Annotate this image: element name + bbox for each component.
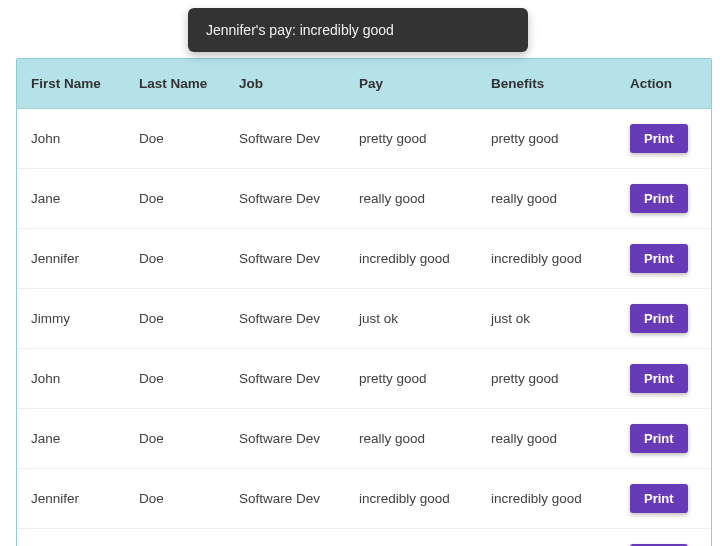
cell-first-name: Jimmy: [17, 529, 125, 547]
cell-job: Software Dev: [225, 109, 345, 169]
cell-pay: really good: [345, 169, 477, 229]
table-row: JenniferDoeSoftware Devincredibly goodin…: [17, 469, 711, 529]
cell-last-name: Doe: [125, 109, 225, 169]
table-row: JimmyDoeSoftware Devjust okjust okPrint: [17, 289, 711, 349]
cell-job: Software Dev: [225, 289, 345, 349]
cell-first-name: Jane: [17, 169, 125, 229]
table-row: JohnDoeSoftware Devpretty goodpretty goo…: [17, 109, 711, 169]
cell-action: Print: [616, 229, 711, 289]
cell-job: Software Dev: [225, 469, 345, 529]
cell-job: Software Dev: [225, 409, 345, 469]
table-header-row: First Name Last Name Job Pay Benefits Ac…: [17, 59, 711, 109]
col-header-action[interactable]: Action: [616, 59, 711, 109]
col-header-benefits[interactable]: Benefits: [477, 59, 616, 109]
cell-job: Software Dev: [225, 229, 345, 289]
cell-benefits: incredibly good: [477, 469, 616, 529]
cell-benefits: really good: [477, 169, 616, 229]
cell-pay: incredibly good: [345, 229, 477, 289]
cell-pay: really good: [345, 409, 477, 469]
cell-action: Print: [616, 469, 711, 529]
cell-action: Print: [616, 349, 711, 409]
cell-last-name: Doe: [125, 469, 225, 529]
employee-table: First Name Last Name Job Pay Benefits Ac…: [17, 59, 711, 546]
cell-first-name: Jennifer: [17, 229, 125, 289]
cell-first-name: Jimmy: [17, 289, 125, 349]
cell-pay: pretty good: [345, 109, 477, 169]
cell-pay: just ok: [345, 529, 477, 547]
cell-action: Print: [616, 289, 711, 349]
table-row: JenniferDoeSoftware Devincredibly goodin…: [17, 229, 711, 289]
print-button[interactable]: Print: [630, 244, 688, 273]
cell-first-name: John: [17, 349, 125, 409]
cell-pay: incredibly good: [345, 469, 477, 529]
cell-last-name: Doe: [125, 349, 225, 409]
print-button[interactable]: Print: [630, 304, 688, 333]
cell-action: Print: [616, 109, 711, 169]
cell-last-name: Doe: [125, 409, 225, 469]
col-header-last-name[interactable]: Last Name: [125, 59, 225, 109]
cell-job: Software Dev: [225, 529, 345, 547]
table-row: JaneDoeSoftware Devreally goodreally goo…: [17, 409, 711, 469]
cell-pay: just ok: [345, 289, 477, 349]
cell-last-name: Doe: [125, 169, 225, 229]
cell-benefits: incredibly good: [477, 229, 616, 289]
cell-first-name: Jennifer: [17, 469, 125, 529]
print-button[interactable]: Print: [630, 124, 688, 153]
print-button[interactable]: Print: [630, 364, 688, 393]
cell-pay: pretty good: [345, 349, 477, 409]
table-row: JimmyDoeSoftware Devjust okjust okPrint: [17, 529, 711, 547]
cell-benefits: just ok: [477, 289, 616, 349]
cell-action: Print: [616, 529, 711, 547]
employee-table-container: First Name Last Name Job Pay Benefits Ac…: [16, 58, 712, 546]
col-header-pay[interactable]: Pay: [345, 59, 477, 109]
cell-benefits: pretty good: [477, 109, 616, 169]
cell-benefits: pretty good: [477, 349, 616, 409]
table-body: JohnDoeSoftware Devpretty goodpretty goo…: [17, 109, 711, 547]
cell-last-name: Doe: [125, 229, 225, 289]
col-header-first-name[interactable]: First Name: [17, 59, 125, 109]
cell-action: Print: [616, 169, 711, 229]
table-row: JohnDoeSoftware Devpretty goodpretty goo…: [17, 349, 711, 409]
print-button[interactable]: Print: [630, 184, 688, 213]
tooltip-text: Jennifer's pay: incredibly good: [206, 22, 394, 38]
cell-benefits: really good: [477, 409, 616, 469]
table-row: JaneDoeSoftware Devreally goodreally goo…: [17, 169, 711, 229]
cell-last-name: Doe: [125, 289, 225, 349]
cell-benefits: just ok: [477, 529, 616, 547]
cell-first-name: Jane: [17, 409, 125, 469]
col-header-job[interactable]: Job: [225, 59, 345, 109]
cell-last-name: Doe: [125, 529, 225, 547]
cell-first-name: John: [17, 109, 125, 169]
tooltip: Jennifer's pay: incredibly good: [188, 8, 528, 52]
cell-action: Print: [616, 409, 711, 469]
print-button[interactable]: Print: [630, 424, 688, 453]
cell-job: Software Dev: [225, 169, 345, 229]
cell-job: Software Dev: [225, 349, 345, 409]
print-button[interactable]: Print: [630, 484, 688, 513]
